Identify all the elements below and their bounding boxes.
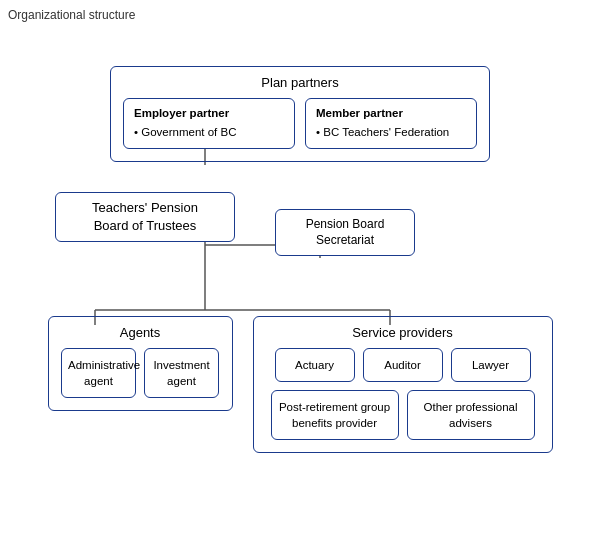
plan-partners-section: Plan partners Employer partner • Governm…: [110, 66, 490, 162]
services-row1: Actuary Auditor Lawyer: [264, 348, 542, 382]
admin-agent-box: Administrative agent: [61, 348, 136, 398]
page-title: Organizational structure: [8, 8, 135, 22]
plan-partners-container: Plan partners Employer partner • Governm…: [110, 66, 490, 162]
secretariat-col: Pension Board Secretariat: [275, 209, 415, 257]
trustees-box: Teachers' Pension Board of Trustees: [55, 192, 235, 242]
actuary-box: Actuary: [275, 348, 355, 382]
secretariat-text: Pension Board Secretariat: [306, 216, 385, 250]
plan-partners-label: Plan partners: [123, 75, 477, 90]
org-chart: Plan partners Employer partner • Governm…: [0, 28, 600, 542]
agents-inner: Administrative agent Investment agent: [59, 348, 222, 398]
agents-label: Agents: [59, 325, 222, 340]
auditor-box: Auditor: [363, 348, 443, 382]
employer-partner-title: Employer partner: [134, 105, 284, 122]
member-partner-item: • BC Teachers' Federation: [316, 124, 466, 141]
services-label: Service providers: [264, 325, 542, 340]
trustees-text: Teachers' Pension Board of Trustees: [92, 199, 198, 235]
employer-partner-box: Employer partner • Government of BC: [123, 98, 295, 149]
member-partner-box: Member partner • BC Teachers' Federation: [305, 98, 477, 149]
trustees-col: Teachers' Pension Board of Trustees: [55, 192, 235, 242]
post-retirement-box: Post-retirement group benefits provider: [271, 390, 399, 440]
services-container: Service providers Actuary Auditor Lawyer…: [253, 316, 553, 453]
services-row2: Post-retirement group benefits provider …: [264, 390, 542, 440]
plan-partners-inner: Employer partner • Government of BC Memb…: [123, 98, 477, 149]
agents-container: Agents Administrative agent Investment a…: [48, 316, 233, 411]
bottom-section: Agents Administrative agent Investment a…: [0, 316, 600, 453]
trustees-row: Teachers' Pension Board of Trustees Pens…: [0, 179, 600, 257]
member-partner-title: Member partner: [316, 105, 466, 122]
h-connector-trustees-sec: [235, 217, 255, 219]
employer-partner-item: • Government of BC: [134, 124, 284, 141]
lawyer-box: Lawyer: [451, 348, 531, 382]
investment-agent-box: Investment agent: [144, 348, 219, 398]
secretariat-box: Pension Board Secretariat: [275, 209, 415, 257]
other-professional-box: Other professional advisers: [407, 390, 535, 440]
